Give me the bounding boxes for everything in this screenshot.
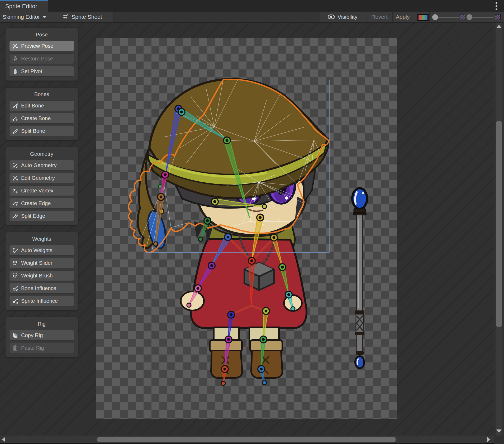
bone-tip-joint[interactable]: [262, 204, 267, 209]
bone-influence-icon: [12, 285, 18, 291]
horizontal-scrollbar[interactable]: [0, 436, 494, 444]
auto-weights-button[interactable]: Auto Weights: [9, 245, 74, 256]
button-label: Weight Slider: [21, 260, 53, 266]
eye-icon: [327, 14, 335, 20]
button-label: Preview Pose: [21, 43, 53, 49]
split-bone-button[interactable]: Split Bone: [9, 126, 74, 136]
staff-sprite[interactable]: [352, 188, 367, 368]
weight-slider-icon: [12, 260, 18, 266]
auto-geometry-button[interactable]: Auto Geometry: [9, 160, 74, 171]
button-label: Edit Geometry: [21, 175, 55, 181]
weight-brush-icon: [12, 272, 18, 279]
bone-tip-joint[interactable]: [221, 381, 225, 385]
copy-rig-button[interactable]: Copy Rig: [9, 330, 74, 341]
scroll-up-arrow-icon[interactable]: [496, 25, 502, 28]
button-label: Split Edge: [21, 213, 45, 219]
tab-label: Sprite Editor: [5, 3, 37, 10]
vertical-scrollbar[interactable]: [494, 23, 504, 436]
edit-geometry-button[interactable]: Edit Geometry: [9, 173, 74, 183]
bone-opacity-checker-icon: [460, 14, 465, 20]
sprite-influence-button[interactable]: Sprite Influence: [9, 296, 74, 306]
bone-tip-joint[interactable]: [198, 237, 203, 241]
set-pivot-icon: [12, 68, 18, 74]
button-label: Split Bone: [21, 128, 45, 134]
create-bone-icon: [12, 115, 18, 121]
bone-tip-joint[interactable]: [154, 242, 158, 246]
paste-rig-button[interactable]: Paste Rig: [9, 343, 74, 353]
panel-title: Rig: [9, 320, 74, 328]
weight-slider-button[interactable]: Weight Slider: [9, 258, 74, 268]
toolbar-spacer: [113, 12, 320, 22]
sprite-sheet-icon: [62, 13, 69, 20]
sprite-editor-window: Sprite Editor Skinning Editor Sprite She…: [0, 0, 504, 444]
bone-opacity-slider-track[interactable]: [435, 17, 460, 18]
chevron-down-icon: [42, 16, 46, 18]
edit-bone-button[interactable]: Edit Bone: [9, 100, 74, 111]
create-edge-icon: [12, 200, 18, 206]
split-edge-icon: [12, 213, 18, 219]
create-vertex-icon: [12, 187, 18, 194]
skinning-editor-dropdown[interactable]: Skinning Editor: [3, 12, 46, 22]
mesh-opacity-slider-knob[interactable]: [467, 14, 472, 20]
weight-brush-button[interactable]: Weight Brush: [9, 270, 74, 281]
button-label: Weight Brush: [21, 273, 53, 279]
horizontal-scrollbar-thumb[interactable]: [97, 437, 396, 442]
scroll-right-arrow-icon[interactable]: [487, 437, 490, 442]
panel-pose: PosePreview PoseRestore PoseSet Pivot: [5, 28, 78, 81]
sprite-sheet-button[interactable]: Sprite Sheet: [62, 12, 102, 22]
vertical-scrollbar-thumb[interactable]: [496, 121, 502, 327]
scroll-down-arrow-icon[interactable]: [496, 429, 502, 433]
create-bone-button[interactable]: Create Bone: [9, 113, 74, 124]
scrollbar-corner: [494, 436, 504, 444]
tab-sprite-editor[interactable]: Sprite Editor: [0, 0, 48, 12]
button-label: Create Bone: [21, 115, 51, 121]
button-label: Paste Rig: [21, 345, 44, 351]
button-label: Bone Influence: [21, 285, 56, 291]
split-edge-button[interactable]: Split Edge: [9, 211, 74, 221]
sprite-canvas[interactable]: PosePreview PoseRestore PoseSet PivotBon…: [0, 23, 494, 436]
tab-strip: Sprite Editor: [0, 0, 504, 12]
restore-pose-button[interactable]: Restore Pose: [9, 53, 74, 64]
bone-opacity-slider-knob[interactable]: [432, 14, 438, 20]
panel-bones: BonesEdit BoneCreate BoneSplit Bone: [5, 87, 78, 140]
create-edge-button[interactable]: Create Edge: [9, 198, 74, 209]
apply-button[interactable]: Apply: [396, 12, 410, 22]
visibility-button[interactable]: Visibility: [327, 12, 357, 22]
kebab-menu-icon[interactable]: [493, 2, 499, 10]
create-vertex-button[interactable]: Create Vertex: [9, 185, 74, 196]
set-pivot-button[interactable]: Set Pivot: [9, 66, 74, 77]
apply-label: Apply: [396, 14, 410, 20]
sidebar-panels: PosePreview PoseRestore PoseSet PivotBon…: [5, 28, 78, 357]
mesh-opacity-slider-track[interactable]: [470, 17, 494, 18]
button-label: Edit Bone: [21, 103, 44, 109]
panel-weights: WeightsAuto WeightsWeight SliderWeight B…: [5, 232, 78, 310]
button-label: Restore Pose: [21, 56, 53, 62]
copy-rig-icon: [12, 332, 18, 338]
panel-title: Bones: [9, 90, 74, 99]
panel-geometry: GeometryAuto GeometryEdit GeometryCreate…: [5, 147, 78, 225]
color-swatch-button[interactable]: [417, 14, 429, 21]
sprite-sheet-label: Sprite Sheet: [72, 14, 102, 20]
bone-tip-joint[interactable]: [262, 381, 267, 385]
scroll-left-arrow-icon[interactable]: [2, 437, 5, 442]
auto-weights-icon: [12, 247, 18, 253]
preview-pose-button[interactable]: Preview Pose: [9, 41, 74, 51]
button-label: Set Pivot: [21, 68, 42, 74]
button-label: Auto Weights: [21, 247, 53, 253]
mesh-opacity-checker-icon: [495, 14, 501, 20]
toolbar: Skinning Editor Sprite Sheet Visibility …: [0, 12, 504, 23]
edit-bone-icon: [12, 102, 18, 109]
sprite-influence-icon: [12, 298, 18, 304]
bone-tip-joint[interactable]: [187, 303, 191, 307]
revert-button[interactable]: Revert: [371, 12, 388, 22]
bone-influence-button[interactable]: Bone Influence: [9, 283, 74, 294]
paste-rig-icon: [12, 345, 18, 351]
panel-title: Pose: [9, 31, 74, 39]
panel-title: Geometry: [9, 150, 74, 158]
preview-pose-icon: [12, 43, 18, 49]
restore-pose-icon: [12, 55, 18, 62]
button-label: Create Vertex: [21, 188, 53, 194]
split-bone-icon: [12, 128, 18, 134]
visibility-label: Visibility: [337, 14, 357, 20]
bone-tip-joint[interactable]: [291, 307, 295, 311]
